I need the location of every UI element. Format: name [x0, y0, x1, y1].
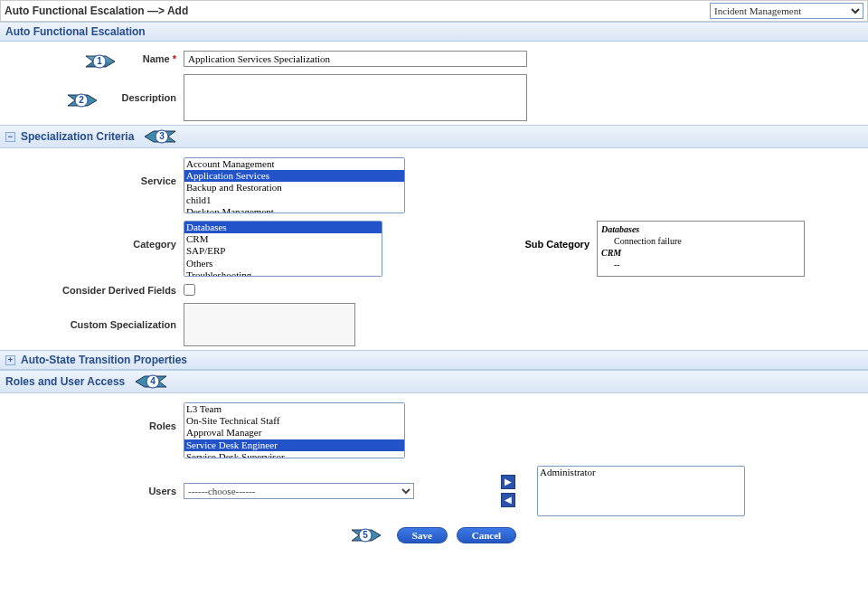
section-main-header: Auto Functional Escalation	[0, 22, 868, 42]
name-label: Name	[143, 53, 170, 64]
section-roles-title: Roles and User Access	[5, 375, 125, 388]
step-badge-1: 1	[86, 53, 122, 70]
section-roles-header: Roles and User Access 4	[0, 370, 868, 393]
section-auto-state-header: + Auto-State Transition Properties	[0, 350, 868, 370]
roles-list[interactable]: L3 TeamOn-Site Technical StaffApproval M…	[184, 402, 405, 458]
svg-text:3: 3	[160, 131, 165, 141]
section-criteria-header: − Specialization Criteria 3	[0, 125, 868, 148]
svg-text:4: 4	[151, 376, 156, 386]
step-badge-5: 5	[352, 527, 388, 543]
users-select[interactable]: ------choose------	[184, 483, 414, 499]
subcategory-list[interactable]: DatabasesConnection failureCRM----	[597, 221, 805, 277]
section-auto-state-title: Auto-State Transition Properties	[21, 354, 187, 366]
save-button[interactable]: Save	[397, 527, 448, 543]
step-badge-2: 2	[68, 92, 104, 109]
roles-label: Roles	[149, 420, 176, 431]
description-label: Description	[121, 92, 176, 103]
service-label: Service	[141, 175, 176, 186]
step-badge-4: 4	[130, 373, 170, 390]
category-label: Category	[133, 239, 176, 250]
description-textarea[interactable]	[184, 74, 527, 121]
name-input[interactable]	[184, 51, 527, 67]
svg-text:1: 1	[97, 56, 102, 66]
consider-derived-label: Consider Derived Fields	[62, 285, 176, 296]
required-icon: *	[173, 53, 176, 64]
custom-spec-textarea[interactable]	[184, 303, 355, 346]
titlebar: Auto Functional Escalation —> Add Incide…	[0, 0, 868, 22]
subcategory-label: Sub Category	[524, 239, 590, 250]
move-left-button[interactable]: ◀	[501, 493, 515, 507]
cancel-button[interactable]: Cancel	[457, 527, 516, 543]
module-select[interactable]: Incident Management	[710, 3, 863, 19]
users-label: Users	[148, 486, 176, 496]
breadcrumb: Auto Functional Escalation —> Add	[5, 5, 188, 17]
svg-text:5: 5	[363, 530, 368, 540]
svg-text:2: 2	[79, 95, 84, 105]
custom-spec-label: Custom Specialization	[71, 319, 176, 330]
move-right-button[interactable]: ▶	[501, 475, 515, 489]
section-criteria-title: Specialization Criteria	[21, 130, 134, 143]
consider-derived-checkbox[interactable]	[184, 284, 195, 296]
step-badge-3: 3	[139, 128, 179, 145]
expand-icon[interactable]: +	[5, 355, 15, 365]
category-list[interactable]: DatabasesCRMSAP/ERPOthersTroubleshooting	[184, 221, 382, 277]
collapse-icon[interactable]: −	[5, 132, 15, 142]
users-assigned-list[interactable]: Administrator	[537, 466, 745, 516]
service-list[interactable]: Account ManagementApplication ServicesBa…	[184, 157, 405, 213]
section-main-title: Auto Functional Escalation	[5, 25, 146, 38]
